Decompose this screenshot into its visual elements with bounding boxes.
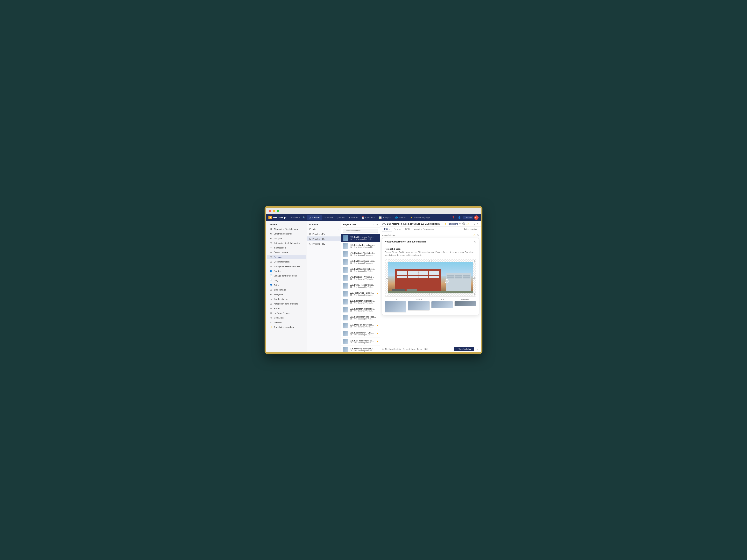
sidebar-item-kundenstimmen[interactable]: ★ Kundenstimmen › (267, 297, 306, 301)
list-panel-title: Projekte - DE (343, 223, 356, 225)
close-button[interactable] (269, 210, 271, 212)
sparkle-icon[interactable]: ✨ (473, 234, 476, 236)
minimize-button[interactable] (273, 210, 275, 212)
list-item[interactable]: 243. Duisburg, Ahrstraße 9... DE | Typ: … (341, 250, 380, 258)
list-item[interactable]: 200. Damp an der Ostsee... DE | Typ: Bes… (341, 322, 380, 330)
sidebar-item-kategorien[interactable]: ⚙ Kategorien › (267, 292, 306, 297)
ratio-thumb-3-4[interactable]: 3:4 (385, 298, 406, 313)
maximize-button[interactable] (277, 210, 279, 212)
ratio-thumb-square[interactable]: Square (408, 298, 430, 313)
proj-en[interactable]: ⊟ Projekte - EN › (307, 232, 341, 236)
proj-ru[interactable]: ⊟ Projekte - RU › (307, 241, 341, 246)
publish-button[interactable]: ↑ Veröffentlichen (454, 347, 474, 351)
proj-de[interactable]: ⊟ Projekte - DE › (307, 236, 341, 241)
tab-incoming-refs[interactable]: Incoming References (412, 226, 436, 232)
sidebar-item-analytics[interactable]: ⚙ Analytics › (267, 236, 306, 241)
tasks-button[interactable]: Tasks □ (463, 216, 473, 219)
sidebar-item-kategorien-formulare[interactable]: ⊞ Kategorien der Formulare › (267, 301, 306, 306)
list-item[interactable]: 235. Erlenbach, Krankenha... DE | Typ: B… (341, 306, 380, 314)
modal-close-button[interactable]: ✕ (474, 240, 476, 243)
sidebar-item-ubersicht[interactable]: ≡ Übersichtsseite › (267, 250, 306, 255)
tab-editor[interactable]: Editor (382, 226, 392, 232)
comment-icon[interactable]: 💬 (462, 222, 465, 225)
page-icon: 📄 (269, 279, 272, 282)
list-item[interactable]: 295. Kiel, Insterburger Str... DE | Typ:… (341, 338, 380, 346)
sidebar-item-forms[interactable]: ≡ Forms › (267, 306, 306, 311)
list-item[interactable]: 290. Peine, Theodor-Heus... DE | Typ: Ne… (341, 282, 380, 290)
tab-seo[interactable]: SEO (403, 226, 412, 232)
list-item[interactable]: 165. Erlenbach, Krankenha... DE | Typ: B… (341, 298, 380, 306)
crop-handle-bottom-left[interactable] (386, 293, 388, 295)
nav-website[interactable]: 🌐 Website (393, 215, 408, 220)
close-icon[interactable]: ✕ (476, 222, 479, 225)
brand-logo[interactable]: ✦ DFK Group (268, 216, 286, 219)
sidebar-item-translation-metadata[interactable]: ⚡ Translation metadata › (267, 325, 306, 329)
sidebar-item-kategorien-inhalt[interactable]: ⊞ Kategorien der Inhaltsseiten › (267, 241, 306, 245)
list-item[interactable]: 225. Fuldatal, Eichenberge... DE | Typ: … (341, 242, 380, 250)
image-crop-area[interactable] (385, 259, 476, 296)
folder-icon: ⊟ (269, 256, 272, 259)
sidebar-item-vorlage-berater[interactable]: 📄 Vorlage der Beraterseite › (267, 273, 306, 278)
list-item[interactable]: 305. Bad Kissingen, Kissi... DE | Typ: N… (341, 234, 380, 242)
nav-videos[interactable]: ▶ Videos (347, 215, 360, 220)
sidebar-item-umfrage[interactable]: ≡ Umfrage Funnels › (267, 311, 306, 315)
help-icon[interactable]: ❓ (451, 215, 456, 220)
crop-handle-top-right[interactable] (473, 260, 475, 262)
ratio-thumb-16-9[interactable]: 16:9 (431, 298, 453, 313)
sidebar-item-blog-vorlage[interactable]: ⊟ Blog Vorlage › (267, 287, 306, 292)
list-item[interactable]: 240. Duisburg - Ahrstraße ... DE | Typ: … (341, 274, 380, 282)
nav-media[interactable]: ⊟ Media (335, 215, 347, 220)
nav-schedules[interactable]: 📅 Schedules (360, 215, 377, 220)
list-item[interactable]: 280. Bad Rodach Bad Roda... DE | Typ: Ne… (341, 314, 380, 322)
list-item[interactable]: 230. Bad Schwalbach, Ems... DE | Typ: Ne… (341, 258, 380, 266)
refresh-icon[interactable]: ↻ (477, 234, 479, 236)
editor-header: 305. Bad Kissingen, Kissinger Straße 150… (380, 221, 481, 226)
users-icon: 👥 (269, 270, 272, 272)
sidebar-item-projekte[interactable]: ⊟ Projekte › (267, 255, 306, 259)
user-icon[interactable]: 👤 (457, 215, 462, 220)
nav-structure[interactable]: ⊞ Structure (307, 215, 322, 220)
sidebar-item-vorlage-geschaft[interactable]: ⊟ Vorlage der Geschäftsstelle... › (267, 264, 306, 269)
more-options-button[interactable]: ··· (376, 223, 378, 226)
search-button[interactable]: 🔍 (301, 216, 307, 220)
chevron-icon: › (303, 308, 303, 309)
sidebar-item-ai-context[interactable]: ◇ AI context › (267, 320, 306, 325)
sidebar-item-allgemeine[interactable]: ⚙ Allgemeine Einstellungen › (267, 227, 306, 231)
search-input[interactable] (343, 229, 378, 233)
sidebar-item-berater[interactable]: 👥 Berater › (267, 269, 306, 273)
more-options-button[interactable]: ··· (475, 348, 479, 351)
more-options-icon[interactable]: ··· (470, 222, 472, 225)
chevron-down-icon: ˅ (478, 228, 479, 230)
tab-preview[interactable]: Preview (392, 226, 403, 232)
nav-vision[interactable]: 👁 Vision (322, 215, 335, 220)
nav-analytics[interactable]: 📊 Analytics (377, 215, 393, 220)
crop-handle-bottom-right[interactable] (473, 293, 475, 295)
list-item[interactable]: 300. Bad Oldesloe Metropo... DE | Typ: N… (341, 266, 380, 274)
translations-button[interactable]: ⚡ Translations (444, 223, 458, 225)
list-item-thumbnail (343, 275, 349, 281)
nav-studio-language[interactable]: ⚡ Studio Language (408, 215, 432, 220)
latest-revision-dropdown[interactable]: Latest revision ˅ (464, 228, 479, 230)
chevron-icon: › (303, 256, 303, 258)
ratio-thumb-panorama[interactable]: Panorama (455, 298, 476, 313)
sidebar-item-blog[interactable]: 📄 Blog › (267, 278, 306, 283)
sidebar-item-geschaftsstellen[interactable]: ⊟ Geschäftsstellen › (267, 259, 306, 264)
sidebar-item-inhaltsseiten[interactable]: ≡ Inhaltsseiten › (267, 245, 306, 250)
crop-handle-right-middle[interactable] (473, 277, 475, 278)
sparkle-icon[interactable]: ✨ (466, 222, 469, 225)
list-item[interactable]: 215. Kaltenkirchen - DFK ... DE | Typ: N… (341, 330, 380, 338)
chevron-icon: › (303, 228, 303, 230)
expand-icon[interactable]: ⊟ (473, 222, 475, 225)
proj-alle[interactable]: ⊟ Alle › (307, 227, 341, 232)
chevron-icon: › (303, 326, 303, 328)
crop-handle-bottom-middle[interactable] (430, 293, 432, 295)
sidebar-item-unternehmen[interactable]: ⚙ Unternehmensprofil › (267, 231, 306, 236)
list-item[interactable]: 205. Hamburg Stellingen, F... DE | Typ: … (341, 346, 380, 352)
create-button[interactable]: + Erstellen (288, 216, 301, 219)
refresh-icon[interactable]: ↻ (459, 222, 461, 225)
sidebar-item-media-tag[interactable]: ◇ Media Tag › (267, 315, 306, 320)
list-item[interactable]: 300. Test Evelan - Sold M... DE | Typ: N… (341, 290, 380, 298)
add-item-button[interactable]: + (373, 223, 375, 226)
avatar[interactable]: DS (474, 215, 479, 220)
sidebar-item-autor[interactable]: 👤 Autor › (267, 283, 306, 287)
